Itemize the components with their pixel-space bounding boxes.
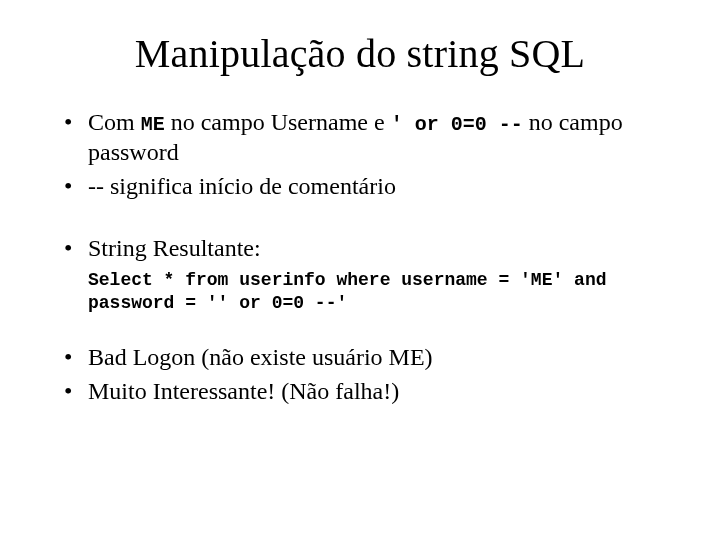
sql-result-code: Select * from userinfo where username = … (88, 269, 680, 314)
bullet-item-3: String Resultante: (60, 233, 680, 263)
slide-title: Manipulação do string SQL (40, 30, 680, 77)
bullet-item-4: Bad Logon (não existe usuário ME) (60, 342, 680, 372)
text-pre: Com (88, 109, 141, 135)
bullet-list-2: String Resultante: (60, 233, 680, 263)
bullet-list-3: Bad Logon (não existe usuário ME) Muito … (60, 342, 680, 406)
code-inline-or: ' or 0=0 -- (391, 113, 523, 136)
bullet-list: Com ME no campo Username e ' or 0=0 -- n… (60, 107, 680, 201)
bullet-item-1: Com ME no campo Username e ' or 0=0 -- n… (60, 107, 680, 167)
text-mid: no campo Username e (165, 109, 391, 135)
spacer (40, 205, 680, 233)
spacer-2 (40, 314, 680, 342)
bullet-item-2: -- significa início de comentário (60, 171, 680, 201)
slide: Manipulação do string SQL Com ME no camp… (0, 0, 720, 540)
bullet-item-5: Muito Interessante! (Não falha!) (60, 376, 680, 406)
code-inline-me: ME (141, 113, 165, 136)
